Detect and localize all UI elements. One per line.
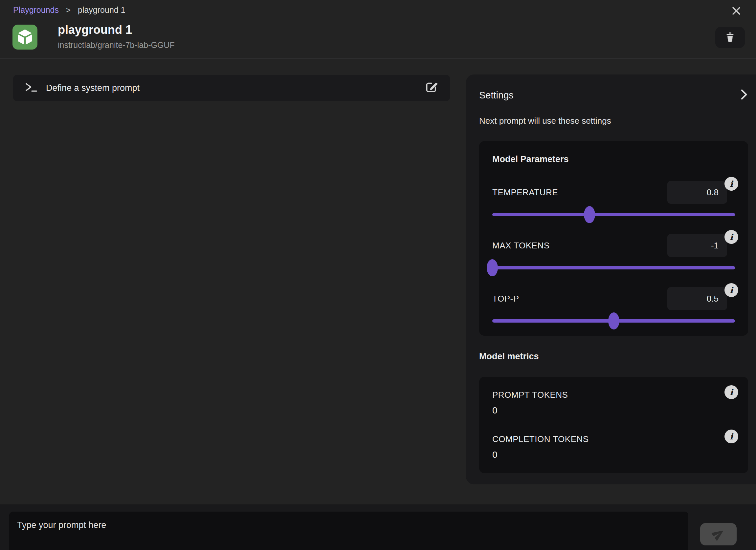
breadcrumb-separator: > <box>66 6 71 15</box>
breadcrumb-current: playground 1 <box>78 5 125 15</box>
settings-title: Settings <box>479 90 514 101</box>
param-top-p: TOP-P i <box>492 287 735 322</box>
breadcrumb: Playgrounds > playground 1 <box>13 5 125 15</box>
max-tokens-slider[interactable] <box>492 266 735 270</box>
max-tokens-slider-thumb[interactable] <box>487 259 498 276</box>
delete-playground-button[interactable] <box>715 27 745 48</box>
settings-note: Next prompt will use these settings <box>479 116 748 126</box>
prompt-bar <box>0 504 756 550</box>
max-tokens-value-input[interactable] <box>667 234 727 257</box>
model-parameters-title: Model Parameters <box>492 154 735 165</box>
close-button[interactable] <box>729 4 744 18</box>
breadcrumb-playgrounds-link[interactable]: Playgrounds <box>13 5 59 15</box>
system-prompt-label: Define a system prompt <box>46 83 424 93</box>
prompt-tokens-label: PROMPT TOKENS <box>492 390 735 400</box>
model-parameters-card: Model Parameters TEMPERATURE i MAX TOKEN… <box>479 141 748 336</box>
prompt-tokens-value: 0 <box>492 405 735 416</box>
param-temperature: TEMPERATURE i <box>492 181 735 216</box>
paper-plane-icon <box>712 527 725 541</box>
completion-tokens-info-icon[interactable]: i <box>724 429 738 443</box>
metric-completion-tokens: COMPLETION TOKENS 0 i <box>492 434 735 460</box>
temperature-slider[interactable] <box>492 213 735 216</box>
trash-icon <box>724 32 736 44</box>
top-p-info-icon[interactable]: i <box>724 283 738 297</box>
edit-pencil-square-icon[interactable] <box>424 80 438 96</box>
send-button[interactable] <box>700 523 737 545</box>
close-icon <box>731 5 742 17</box>
playground-cube-icon <box>12 25 37 50</box>
max-tokens-label: MAX TOKENS <box>492 241 550 251</box>
top-p-label: TOP-P <box>492 294 519 304</box>
page-title: playground 1 <box>58 23 132 37</box>
settings-panel: Settings Next prompt will use these sett… <box>466 75 756 484</box>
prompt-input[interactable] <box>9 512 688 550</box>
top-p-slider-thumb[interactable] <box>608 312 619 329</box>
top-p-slider[interactable] <box>492 319 735 322</box>
max-tokens-info-icon[interactable]: i <box>724 230 738 244</box>
system-prompt-bar[interactable]: Define a system prompt <box>13 75 450 101</box>
temperature-label: TEMPERATURE <box>492 187 558 198</box>
header-divider <box>0 58 756 58</box>
prompt-tokens-info-icon[interactable]: i <box>724 385 738 399</box>
param-max-tokens: MAX TOKENS i <box>492 234 735 270</box>
temperature-info-icon[interactable]: i <box>724 177 738 191</box>
metric-prompt-tokens: PROMPT TOKENS 0 i <box>492 390 735 416</box>
completion-tokens-label: COMPLETION TOKENS <box>492 434 735 444</box>
terminal-icon <box>25 82 37 94</box>
completion-tokens-value: 0 <box>492 450 735 460</box>
model-metrics-title: Model metrics <box>479 351 748 362</box>
chevron-right-icon[interactable] <box>740 89 748 101</box>
playground-page: { "breadcrumb": { "root": "Playgrounds",… <box>0 0 756 550</box>
settings-header: Settings <box>479 89 748 101</box>
top-p-value-input[interactable] <box>667 287 727 310</box>
temperature-value-input[interactable] <box>667 181 727 204</box>
model-metrics-card: PROMPT TOKENS 0 i COMPLETION TOKENS 0 i <box>479 377 748 473</box>
model-name: instructlab/granite-7b-lab-GGUF <box>58 40 175 50</box>
temperature-slider-thumb[interactable] <box>584 206 595 223</box>
